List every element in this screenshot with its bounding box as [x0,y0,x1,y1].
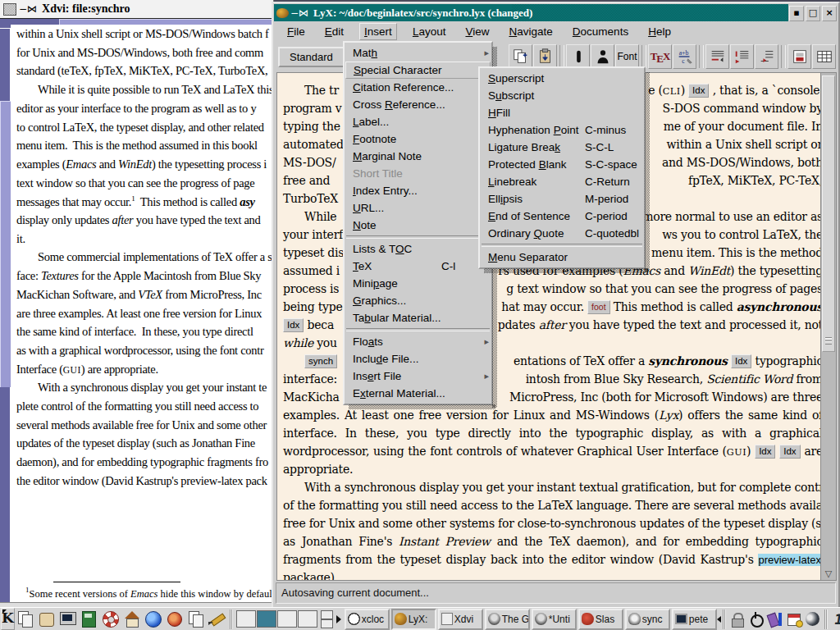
package-icon[interactable] [80,609,99,629]
menu-item-index-entry[interactable]: Index Entry... [345,182,491,199]
menu-item-special-character[interactable]: Special Character▸ [345,62,491,79]
menubar-navigate[interactable]: Navigate [504,24,556,39]
footnote-icon[interactable] [705,44,729,69]
maximize-button[interactable]: □ [806,6,820,21]
xdvi-vertical-scrollbar-thumb[interactable] [0,101,11,387]
inset-button-idx[interactable]: Idx [779,445,800,459]
menubar-view[interactable]: View [461,24,493,39]
menubar-layout[interactable]: Layout [409,24,450,39]
lyx-titlebar-caption[interactable]: −⋈ LyX: ~/doc/beginlatex/src/synchro.lyx… [274,4,788,21]
menu-item-floats[interactable]: Floats▸ [345,333,491,350]
copy-icon[interactable] [509,44,532,69]
menu-item-ordinary-quote[interactable]: Ordinary QuoteC-quotedbl [480,225,644,242]
document-scrollbar[interactable]: △ ▽ [820,72,837,581]
menubar-help[interactable]: Help [644,24,675,39]
menu-item-insert-file[interactable]: Insert File▸ [345,368,491,385]
menu-item-include-file[interactable]: Include File... [345,350,491,368]
figure-icon[interactable] [788,44,811,69]
klipper-icon[interactable] [767,611,783,628]
font-icon[interactable]: Font [615,44,639,69]
digital-clock[interactable]: 12:31 [833,611,840,628]
tex-icon[interactable]: TEX [648,44,672,69]
task-button-xdvi[interactable]: Xdvi [438,609,483,630]
xdvi-titlebar[interactable]: −⋈ Xdvi: file:synchro [0,0,273,19]
scroll-down-icon[interactable]: ▽ [821,568,836,579]
menubar-documents[interactable]: Documents [568,24,632,39]
xdvi-iconify-icon[interactable] [3,3,16,16]
task-button-sync[interactable]: sync [625,609,670,630]
menu-item-ligature-break[interactable]: Ligature BreakS-C-L [480,139,644,156]
menu-item-linebreak[interactable]: LinebreakC-Return [480,173,644,190]
menu-item-end-of-sentence[interactable]: End of SentenceC-period [480,208,644,225]
close-button[interactable]: × [822,6,837,21]
inset-button-idx[interactable]: Idx [283,318,304,332]
menu-item-cross-reference[interactable]: Cross Reference... [345,96,491,113]
menu-item-protected-blank[interactable]: Protected BlankS-C-space [480,156,644,173]
menu-item-hyphenation-point[interactable]: Hyphenation PointC-minus [480,121,644,139]
menu-item-footnote[interactable]: Footnote [345,130,491,148]
help-icon[interactable] [101,609,121,629]
power-icon[interactable] [748,611,765,628]
notes-icon[interactable] [37,609,57,629]
marginnote-icon[interactable] [730,44,754,69]
menu-item-subscript[interactable]: Subscript [480,87,644,104]
minimize-button[interactable]: ▪ [789,6,804,21]
menu-item-marginal-note[interactable]: Marginal Note [345,148,491,165]
paste-icon[interactable] [533,44,557,69]
menu-item-superscript[interactable]: Superscript [480,70,644,87]
lock-icon[interactable] [729,611,746,628]
pager-desktop-3[interactable] [277,610,297,628]
xdvi-vertical-scrollbar[interactable] [0,29,10,603]
menu-item-minipage[interactable]: Minipage [345,275,491,292]
menu-item-tabular-material[interactable]: Tabular Material... [345,309,491,326]
depth-icon[interactable] [755,44,778,69]
menu-item-lists-toc[interactable]: Lists & TOC [345,240,491,258]
menu-item-note[interactable]: Note [345,217,491,234]
task-button-lyx[interactable]: LyX: [391,609,436,630]
math-icon[interactable]: a+bc [673,44,696,69]
organizer-icon[interactable] [786,611,802,628]
document-scrollbar-thumb[interactable] [822,75,835,352]
task-button-slas[interactable]: Slas [578,609,623,630]
menu-item-citation-reference[interactable]: Citation Reference... [345,79,491,96]
moon-icon[interactable] [805,611,821,628]
menu-item-graphics[interactable]: Graphics... [345,292,491,309]
inset-button-idx[interactable]: Idx [688,84,709,98]
task-button-pete[interactable]: pete [672,609,717,630]
display-icon[interactable] [58,609,78,629]
emph-icon[interactable] [566,44,590,69]
pager-desktop-4[interactable] [298,610,317,628]
xdvi-window-menu-icon[interactable]: −⋈ [19,3,37,15]
pager-mini-cell[interactable] [321,610,333,619]
noun-icon[interactable] [591,44,614,69]
task-button-unti[interactable]: *Unti [532,609,577,630]
menu-item-math[interactable]: Math▸ [345,44,491,62]
pen-icon[interactable] [208,609,227,629]
menu-item-url[interactable]: URL... [345,199,491,217]
pager-desktop-2[interactable] [257,610,276,628]
window-list-icon[interactable] [16,609,35,629]
pager-mini-cell[interactable] [321,619,333,628]
lyx-window-menu-icon[interactable]: −⋈ [290,7,308,19]
gears-icon[interactable] [165,609,185,629]
menu-item-external-material[interactable]: External Material... [345,385,491,402]
pager-desktop-1[interactable] [236,610,256,628]
task-button-the-g[interactable]: The G [485,609,530,630]
menubar-edit[interactable]: Edit [321,24,348,39]
menubar-insert[interactable]: Insert [359,23,397,40]
menu-item-label[interactable]: Label... [345,113,491,130]
menu-item-hfill[interactable]: HFill [480,104,644,121]
inset-button-foot[interactable]: foot [587,300,610,314]
layout-selector[interactable]: Standard [278,47,347,67]
table-icon[interactable] [812,44,836,69]
menu-item-ellipsis[interactable]: EllipsisM-period [480,190,644,208]
lyx-titlebar[interactable]: −⋈ LyX: ~/doc/beginlatex/src/synchro.lyx… [274,4,838,21]
home-icon[interactable] [122,609,142,629]
inset-button-idx[interactable]: Idx [731,354,751,368]
panel-expand-icon[interactable] [336,615,341,623]
inset-button-idx[interactable]: Idx [755,445,775,459]
menu-item-menu-separator[interactable]: Menu Separator [480,249,644,266]
documents-icon[interactable] [186,609,206,629]
k-menu-button[interactable]: K [1,608,15,630]
menu-item-tex[interactable]: TeXC-l [345,258,491,275]
